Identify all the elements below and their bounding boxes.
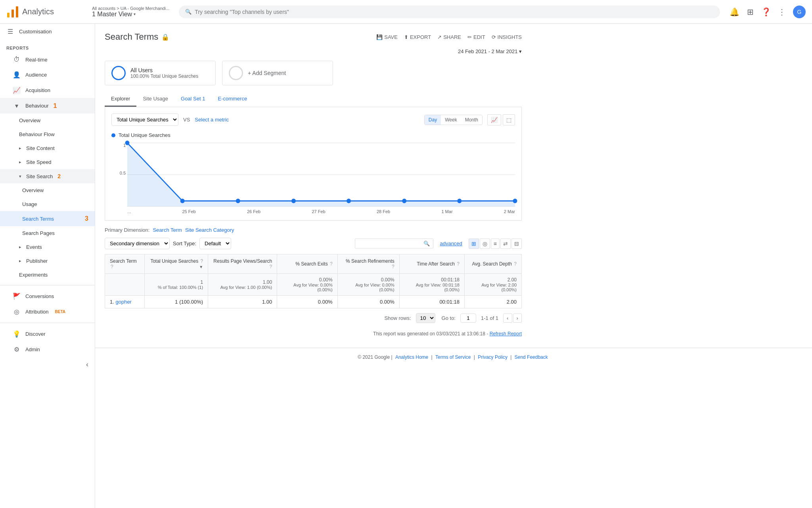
table-view-pie-btn[interactable]: ◎ (480, 239, 490, 249)
show-rows-select[interactable]: 10 (416, 313, 435, 323)
expand-site-search-icon: ▾ (19, 174, 21, 179)
metric-selector[interactable]: Total Unique Searches (111, 114, 178, 126)
day-button[interactable]: Day (425, 115, 441, 125)
week-button[interactable]: Week (441, 115, 461, 125)
save-button[interactable]: 💾 SAVE (376, 34, 398, 40)
footer-privacy-link[interactable]: Privacy Policy (478, 354, 508, 360)
svg-point-9 (236, 199, 240, 203)
header-actions: 🔔 ⊞ ❓ ⋮ G (730, 6, 806, 18)
global-search-input[interactable] (195, 9, 714, 15)
share-button[interactable]: ↗ SHARE (437, 34, 461, 40)
account-view-dropdown[interactable]: ▾ (134, 12, 136, 16)
behaviour-icon: ▾ (13, 102, 21, 110)
footer-terms-link[interactable]: Terms of Service (435, 354, 471, 360)
sidebar-item-site-speed[interactable]: ▸ Site Speed (0, 155, 95, 169)
table-view-grid-btn[interactable]: ⊞ (469, 239, 479, 249)
collapse-icon[interactable]: ‹ (86, 360, 88, 369)
next-page-button[interactable]: › (513, 314, 522, 323)
footer-analytics-home-link[interactable]: Analytics Home (395, 354, 428, 360)
table-view-bar-btn[interactable]: ≡ (491, 239, 500, 249)
sort-type-select[interactable]: Default (199, 238, 231, 249)
segment-all-users[interactable]: All Users 100.00% Total Unique Searches (105, 61, 216, 85)
line-chart-button[interactable]: 📈 (487, 114, 501, 125)
primary-dim-site-search-category[interactable]: Site Search Category (185, 227, 234, 233)
sidebar-item-experiments[interactable]: Experiments (0, 268, 95, 282)
sidebar-item-customisation[interactable]: ☰ Customisation (0, 24, 95, 39)
tab-ecommerce[interactable]: E-commerce (211, 92, 253, 107)
sidebar-item-conversions[interactable]: 🚩 Conversions (0, 289, 95, 304)
sidebar-item-behaviour-flow[interactable]: Behaviour Flow (0, 127, 95, 141)
account-selector[interactable]: All accounts > UA - Google Merchandi... … (92, 6, 169, 18)
col-search-exits[interactable]: % Search Exits ? (277, 254, 338, 274)
col-time-after-search[interactable]: Time After Search ? (399, 254, 464, 274)
select-metric-link[interactable]: Select a metric (195, 117, 229, 123)
sidebar-item-site-content[interactable]: ▸ Site Content (0, 141, 95, 155)
refresh-report-link[interactable]: Refresh Report (490, 331, 522, 337)
row-avg-depth: 2.00 (464, 296, 521, 308)
table-search-input[interactable] (358, 241, 422, 246)
col-avg-search-depth[interactable]: Avg. Search Depth ? (464, 254, 521, 274)
chart-view-toggle: Day Week Month 📈 ⬚ (424, 114, 515, 125)
col-total-unique-searches[interactable]: Total Unique Searches ? ▼ (144, 254, 208, 274)
tab-goal-set-1[interactable]: Goal Set 1 (174, 92, 211, 107)
expand-site-speed-icon: ▸ (19, 160, 21, 165)
help-icon[interactable]: ❓ (761, 7, 771, 17)
svg-point-8 (180, 199, 185, 203)
user-avatar[interactable]: G (793, 6, 806, 18)
chart-svg (127, 143, 515, 206)
table-view-compare-btn[interactable]: ⇄ (500, 239, 511, 249)
row-time-after: 00:01:18 (399, 296, 464, 308)
col-search-term[interactable]: Search Term ? (105, 254, 145, 274)
page-goto-input[interactable] (460, 314, 476, 323)
more-options-icon[interactable]: ⋮ (777, 7, 787, 17)
sidebar-item-realtime[interactable]: ⏱ Real-time (0, 52, 95, 67)
sidebar-collapse-btn[interactable]: ‹ (0, 357, 95, 372)
pagination: Show rows: 10 Go to: 1-1 of 1 ‹ › (105, 308, 522, 328)
edit-button[interactable]: ✏ EDIT (467, 34, 485, 40)
sidebar-item-audience[interactable]: 👤 Audience (0, 67, 95, 83)
row-term-link[interactable]: gopher (115, 299, 131, 305)
apps-icon[interactable]: ⊞ (745, 7, 755, 17)
bar-chart-button[interactable]: ⬚ (503, 114, 515, 125)
col-search-refinements[interactable]: % Search Refinements ? (337, 254, 399, 274)
sidebar-item-search-pages[interactable]: Search Pages (0, 226, 95, 240)
sidebar-item-search-terms[interactable]: Search Terms 3 (0, 211, 95, 226)
admin-label: Admin (25, 346, 40, 352)
sidebar-item-overview[interactable]: Overview (0, 114, 95, 127)
sidebar-realtime-label: Real-time (25, 57, 48, 63)
table-view-pivot-btn[interactable]: ⊟ (511, 239, 522, 249)
primary-dim-search-term[interactable]: Search Term (153, 227, 182, 233)
summary-total-unique: 1 % of Total: 100.00% (1) (144, 274, 208, 296)
page-navigation: ‹ › (503, 314, 522, 323)
advanced-link[interactable]: advanced (440, 241, 462, 246)
sidebar-item-events[interactable]: ▸ Events (0, 240, 95, 254)
conversions-icon: 🚩 (13, 292, 21, 300)
notifications-icon[interactable]: 🔔 (730, 7, 739, 17)
sidebar-item-behaviour[interactable]: ▾ Behaviour 1 (0, 98, 95, 114)
sidebar-item-admin[interactable]: ⚙ Admin (0, 342, 95, 357)
sidebar-item-acquisition[interactable]: 📈 Acquisition (0, 83, 95, 98)
sidebar-item-search-overview[interactable]: Overview (0, 183, 95, 197)
sidebar-reports-label: REPORTS (0, 39, 95, 52)
col-results-page-views[interactable]: Results Page Views/Search ? (208, 254, 277, 274)
attribution-icon: ◎ (13, 308, 21, 316)
secondary-dimension-select[interactable]: Secondary dimension (105, 238, 170, 249)
segment-add[interactable]: + Add Segment (222, 61, 333, 85)
x-label-5: 1 Mar (441, 209, 452, 214)
sidebar-item-site-search[interactable]: ▾ Site Search 2 (0, 169, 95, 183)
prev-page-button[interactable]: ‹ (503, 314, 512, 323)
footer-feedback-link[interactable]: Send Feedback (515, 354, 548, 360)
insights-button[interactable]: ⟳ INSIGHTS (492, 34, 522, 40)
sidebar-item-search-usage[interactable]: Usage (0, 197, 95, 211)
sidebar-item-discover[interactable]: 💡 Discover (0, 326, 95, 342)
tab-explorer[interactable]: Explorer (105, 92, 136, 107)
table-search-box[interactable]: 🔍 (355, 239, 433, 248)
account-view[interactable]: 1 Master View ▾ (92, 11, 169, 18)
date-range[interactable]: 24 Feb 2021 - 2 Mar 2021 ▾ (105, 48, 522, 54)
export-button[interactable]: ⬆ EXPORT (404, 34, 431, 40)
sidebar-item-publisher[interactable]: ▸ Publisher (0, 254, 95, 268)
sidebar-item-attribution[interactable]: ◎ Attribution BETA (0, 304, 95, 319)
global-search-bar[interactable]: 🔍 (179, 6, 720, 18)
month-button[interactable]: Month (461, 115, 482, 125)
tab-site-usage[interactable]: Site Usage (136, 92, 174, 107)
